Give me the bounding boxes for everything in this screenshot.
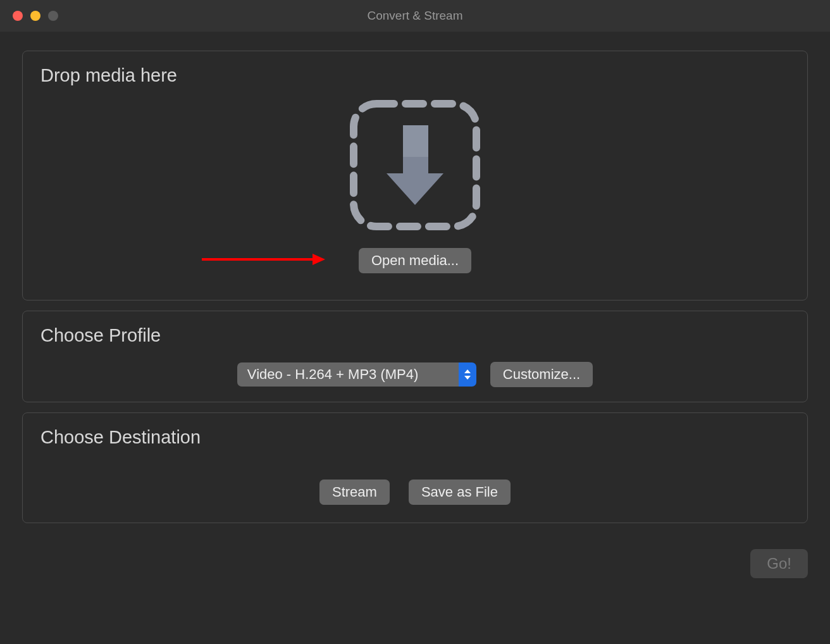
svg-marker-7: [464, 376, 471, 380]
content-area: Drop media here: [0, 32, 830, 546]
drop-target-icon[interactable]: [349, 99, 481, 234]
save-as-file-button[interactable]: Save as File: [409, 480, 511, 505]
stream-button[interactable]: Stream: [319, 480, 390, 505]
open-media-row: Open media...: [40, 248, 790, 273]
drop-media-panel: Drop media here: [22, 51, 808, 300]
svg-marker-3: [387, 173, 443, 205]
choose-destination-panel: Choose Destination Stream Save as File: [22, 412, 808, 523]
minimize-window-button[interactable]: [30, 11, 40, 21]
destination-controls-row: Stream Save as File: [40, 480, 790, 505]
profile-select[interactable]: Video - H.264 + MP3 (MP4): [237, 362, 476, 387]
open-media-button[interactable]: Open media...: [359, 248, 471, 273]
footer: Go!: [0, 546, 830, 578]
window-title: Convert & Stream: [368, 9, 463, 23]
profile-controls-row: Video - H.264 + MP3 (MP4) Customize...: [40, 362, 790, 387]
choose-profile-title: Choose Profile: [40, 325, 790, 346]
titlebar: Convert & Stream: [0, 0, 830, 32]
choose-profile-panel: Choose Profile Video - H.264 + MP3 (MP4)…: [22, 311, 808, 402]
choose-destination-title: Choose Destination: [40, 427, 790, 448]
go-button[interactable]: Go!: [750, 549, 808, 578]
customize-profile-button[interactable]: Customize...: [490, 362, 593, 387]
window-controls: [13, 11, 58, 21]
close-window-button[interactable]: [13, 11, 23, 21]
chevron-up-down-icon: [459, 362, 476, 387]
svg-marker-5: [313, 254, 325, 265]
svg-rect-1: [403, 125, 428, 157]
profile-select-value: Video - H.264 + MP3 (MP4): [237, 362, 459, 387]
svg-rect-2: [403, 157, 428, 175]
annotation-arrow-icon: [202, 250, 328, 271]
maximize-window-button[interactable]: [48, 11, 58, 21]
drop-media-title: Drop media here: [40, 65, 790, 86]
drop-zone-area: Open media...: [40, 92, 790, 273]
svg-marker-6: [464, 369, 471, 373]
